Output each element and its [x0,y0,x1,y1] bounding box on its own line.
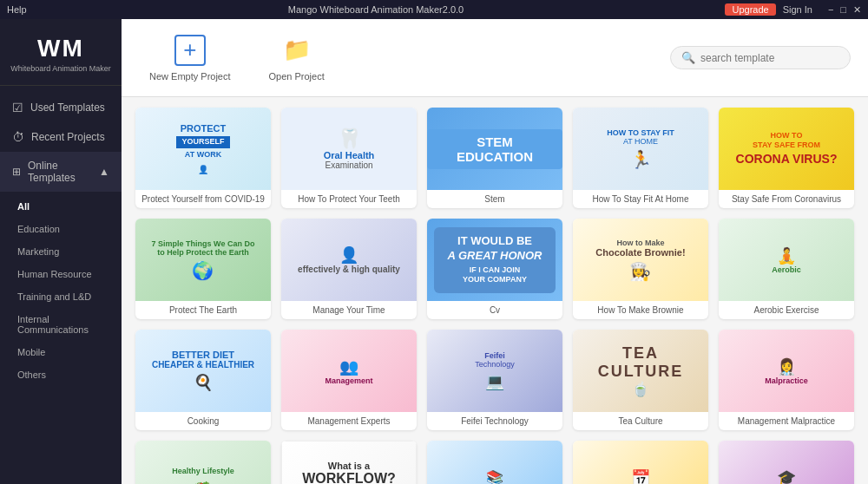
sign-in-link[interactable]: Sign In [783,4,812,15]
template-card-wordbook[interactable]: 📚 Word Book Day Word Book Day [427,441,562,484]
template-title: Feifei Technology [427,412,562,430]
new-project-label: New Empty Project [149,71,231,82]
toolbar-left: + New Empty Project 📁 Open Project [139,28,335,88]
template-title: Tea Culture [573,412,708,430]
sidebar-item-recent-projects[interactable]: ⏱ Recent Projects [0,122,122,152]
template-card-schedule[interactable]: 📅 Schedule Schedule [573,441,708,484]
main-content: + New Empty Project 📁 Open Project 🔍 [122,19,868,484]
open-project-icon: 📁 [281,35,312,66]
chevron-up-icon: ▲ [99,166,109,178]
sidebar-item-used-templates[interactable]: ☑ Used Templates [0,93,122,122]
template-title: Cooking [135,412,271,430]
toolbar: + New Empty Project 📁 Open Project 🔍 [122,19,868,97]
template-card-aerobic[interactable]: 🧘 Aerobic Aerobic Exercise [719,219,854,319]
category-mobile[interactable]: Mobile [0,341,122,363]
app-title: Mango Whiteboard Animation Maker2.0.0 [27,4,726,15]
template-title: How To Make Brownie [573,301,708,319]
template-card-workflow[interactable]: What is a WORKFLOW? ❓ What Is A Workflow… [281,441,417,484]
new-project-icon: + [174,35,206,66]
templates-area: PROTECT YOURSELF AT WORK 👤 Protect Yours… [122,97,868,484]
template-title: Aerobic Exercise [719,301,854,319]
help-menu[interactable]: Help [7,4,27,15]
template-title: How To Stay Fit At Home [573,190,708,208]
online-templates-icon: ⊞ [12,166,21,178]
used-templates-label: Used Templates [30,101,105,114]
sidebar-logo: WM Whiteboard Animation Maker [0,19,122,86]
online-templates-label: Online Templates [28,160,99,184]
template-title: Management Malpractice [719,412,854,430]
sidebar-nav: ☑ Used Templates ⏱ Recent Projects ⊞ Onl… [0,86,122,393]
template-title: Manage Your Time [281,301,417,319]
sidebar-item-online-templates[interactable]: ⊞ Online Templates ▲ [0,152,122,192]
category-marketing[interactable]: Marketing [0,240,122,263]
new-project-button[interactable]: + New Empty Project [139,28,241,88]
template-card-covid[interactable]: PROTECT YOURSELF AT WORK 👤 Protect Yours… [135,108,271,208]
title-bar: Help Mango Whiteboard Animation Maker2.0… [0,0,868,19]
close-button[interactable]: ✕ [853,4,861,16]
maximize-button[interactable]: □ [840,4,846,15]
template-card-tea[interactable]: TEA CULTURE 🍵 Tea Culture [573,330,708,430]
template-card-dental[interactable]: 🦷 Oral Health Examination How To Protect… [281,108,417,208]
template-card-fit[interactable]: HOW TO STAY FIT AT HOME 🏃 How To Stay Fi… [573,108,708,208]
minimize-button[interactable]: − [828,4,833,15]
template-card-corona[interactable]: HOW TO STAY SAFE FROM CORONA VIRUS? Stay… [719,108,854,208]
template-title: Stem [427,190,562,208]
category-list: All Education Marketing Human Resource T… [0,192,122,386]
template-card-cooking[interactable]: BETTER DIET CHEAPER & HEALTHIER 🍳 Cookin… [135,330,271,430]
recent-projects-label: Recent Projects [31,131,105,143]
template-card-stem[interactable]: STEM EDUCATION Stem [427,108,562,208]
used-templates-icon: ☑ [12,101,23,114]
category-human-resource[interactable]: Human Resource [0,263,122,285]
online-templates-section: ⊞ Online Templates ▲ All Education Marke… [0,152,122,386]
category-education[interactable]: Education [0,218,122,240]
recent-projects-icon: ⏱ [12,130,24,144]
template-title: How To Protect Your Teeth [281,190,417,208]
template-card-cv[interactable]: IT WOULD BE A GREAT HONOR IF I CAN JOIN … [427,219,562,319]
search-input[interactable] [700,52,839,64]
search-icon: 🔍 [681,51,695,64]
template-card-graduated[interactable]: 🎓 Graduated Graduated [719,441,854,484]
template-title: Stay Safe From Coronavirus [719,190,854,208]
template-card-earth[interactable]: 7 Simple Things We Can Do to Help Protec… [135,219,271,319]
templates-grid: PROTECT YOURSELF AT WORK 👤 Protect Yours… [135,108,854,484]
template-title: Protect The Earth [135,301,271,319]
open-project-button[interactable]: 📁 Open Project [259,28,335,88]
template-card-time[interactable]: 👤 effectively & high quality Manage Your… [281,219,417,319]
template-card-management[interactable]: 👥 Management Management Experts [281,330,417,430]
open-project-label: Open Project [269,71,325,82]
logo-subtitle: Whiteboard Animation Maker [10,64,111,73]
upgrade-button[interactable]: Upgrade [725,3,775,16]
app-container: WM Whiteboard Animation Maker ☑ Used Tem… [0,19,868,484]
template-card-healthy[interactable]: Healthy Lifestyle 🥗 Healthy Lifestyle [135,441,271,484]
logo-letters: WM [10,35,111,62]
template-title: Cv [427,301,562,319]
category-training[interactable]: Training and L&D [0,285,122,308]
template-card-malpractice[interactable]: 👩‍⚕️ Malpractice Management Malpractice [719,330,854,430]
template-card-brownie[interactable]: How to Make Chocolate Brownie! 👩‍🍳 How T… [573,219,708,319]
category-internal-communications[interactable]: Internal Communications [0,308,122,341]
template-title: Protect Yourself from COVID-19 [135,190,271,208]
search-box[interactable]: 🔍 [670,46,851,69]
sidebar: WM Whiteboard Animation Maker ☑ Used Tem… [0,19,122,484]
category-others[interactable]: Others [0,363,122,386]
template-card-feifei[interactable]: Feifei Technology 💻 Feifei Technology [427,330,562,430]
category-all[interactable]: All [0,195,122,218]
template-title: Management Experts [281,412,417,430]
